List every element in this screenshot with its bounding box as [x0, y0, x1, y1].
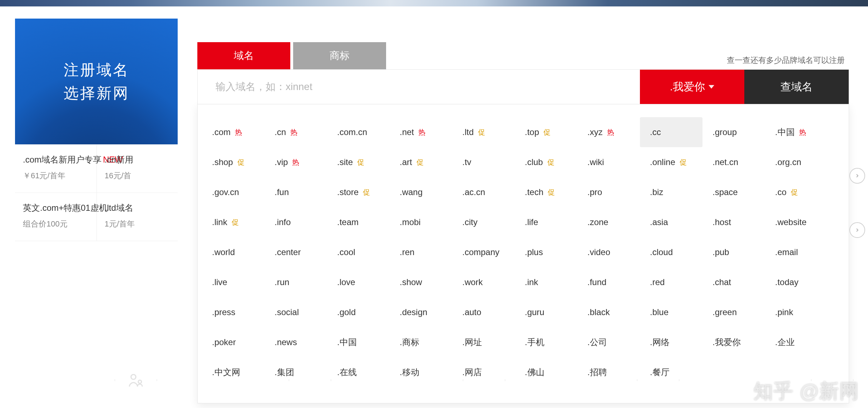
tld-option[interactable]: .love — [327, 267, 390, 297]
tld-option[interactable]: .live — [202, 267, 265, 297]
tld-option[interactable]: .team — [327, 207, 390, 237]
tld-option[interactable]: .我爱你 — [702, 327, 765, 357]
tld-option[interactable]: .design — [390, 297, 452, 327]
search-button[interactable]: 查域名 — [744, 70, 849, 104]
tld-option[interactable]: .商标 — [390, 327, 452, 357]
tld-option[interactable]: .手机 — [515, 327, 577, 357]
tld-option[interactable]: .today — [765, 267, 828, 297]
tld-option[interactable]: .work — [452, 267, 515, 297]
tld-option[interactable]: .asia — [640, 207, 702, 237]
domain-search-input[interactable] — [198, 70, 640, 104]
tld-option[interactable]: .com.cn — [327, 117, 390, 147]
tld-option[interactable]: .集团 — [265, 357, 327, 387]
tld-option[interactable]: .auto — [452, 297, 515, 327]
tld-option[interactable]: .网址 — [452, 327, 515, 357]
tld-option[interactable]: .pro — [577, 177, 640, 207]
tld-option[interactable]: .gov.cn — [202, 177, 265, 207]
tld-option[interactable]: .top促 — [515, 117, 577, 147]
tld-option[interactable]: .fund — [577, 267, 640, 297]
tld-option[interactable]: .gold — [327, 297, 390, 327]
tld-option[interactable]: .site促 — [327, 147, 390, 177]
tld-option[interactable]: .cloud — [640, 237, 702, 267]
promo-cell[interactable]: .com域名新用户专享NEW￥61元/首年 — [15, 145, 97, 193]
tld-option[interactable]: .net.cn — [702, 147, 765, 177]
tld-option[interactable]: .cool — [327, 237, 390, 267]
tld-option[interactable]: .group — [702, 117, 765, 147]
tld-option[interactable]: .plus — [515, 237, 577, 267]
tld-option[interactable]: .show — [390, 267, 452, 297]
promo-cell[interactable]: 英文.com+特惠01虚机组合价100元 — [15, 193, 97, 241]
tld-option[interactable]: .video — [577, 237, 640, 267]
tld-option[interactable]: .website — [765, 207, 828, 237]
tld-option[interactable]: .company — [452, 237, 515, 267]
tab-domain[interactable]: 域名 — [197, 42, 290, 69]
tld-option[interactable]: .佛山 — [515, 357, 577, 387]
tld-option[interactable]: .guru — [515, 297, 577, 327]
tld-option[interactable]: .art促 — [390, 147, 452, 177]
tld-option[interactable]: .公司 — [577, 327, 640, 357]
tld-option[interactable]: .中国 — [327, 327, 390, 357]
tld-option[interactable]: .black — [577, 297, 640, 327]
tld-option[interactable]: .email — [765, 237, 828, 267]
tld-option[interactable]: .press — [202, 297, 265, 327]
promo-cell[interactable]: .cn新用16元/首 — [97, 145, 178, 193]
tld-option[interactable]: .chat — [702, 267, 765, 297]
tld-option[interactable]: .移动 — [390, 357, 452, 387]
tld-option[interactable]: .网店 — [452, 357, 515, 387]
tld-option[interactable]: .shop促 — [202, 147, 265, 177]
tld-option[interactable]: .xyz热 — [577, 117, 640, 147]
tld-option[interactable]: .招聘 — [577, 357, 640, 387]
tab-trademark[interactable]: 商标 — [293, 42, 386, 69]
tld-option[interactable]: .ren — [390, 237, 452, 267]
tld-option[interactable]: .网络 — [640, 327, 702, 357]
tld-option[interactable]: .pub — [702, 237, 765, 267]
tld-option[interactable]: .cc — [640, 117, 702, 147]
tld-option[interactable]: .mobi — [390, 207, 452, 237]
tld-option[interactable]: .餐厅 — [640, 357, 702, 387]
tld-option[interactable]: .tech促 — [515, 177, 577, 207]
tld-option[interactable]: .wiki — [577, 147, 640, 177]
promo-cell[interactable]: .ltd域名1元/首年 — [97, 193, 178, 241]
tld-option[interactable]: .biz — [640, 177, 702, 207]
tld-option[interactable]: .red — [640, 267, 702, 297]
tld-option[interactable]: .store促 — [327, 177, 390, 207]
tld-option[interactable]: .ltd促 — [452, 117, 515, 147]
tld-option[interactable]: .中文网 — [202, 357, 265, 387]
tld-option[interactable]: .run — [265, 267, 327, 297]
tld-option[interactable]: .poker — [202, 327, 265, 357]
tld-option[interactable]: .在线 — [327, 357, 390, 387]
tld-option[interactable]: .vip热 — [265, 147, 327, 177]
tld-option[interactable]: .social — [265, 297, 327, 327]
tabs-right-note[interactable]: 查一查还有多少品牌域名可以注册 — [727, 55, 849, 69]
tld-option[interactable]: .world — [202, 237, 265, 267]
tld-option[interactable]: .pink — [765, 297, 828, 327]
tld-option[interactable]: .green — [702, 297, 765, 327]
tld-option[interactable]: .zone — [577, 207, 640, 237]
tld-option[interactable]: .cn热 — [265, 117, 327, 147]
carousel-next-icon[interactable] — [849, 222, 865, 238]
tld-option[interactable]: .center — [265, 237, 327, 267]
tld-option[interactable]: .tv — [452, 147, 515, 177]
tld-option[interactable]: .club促 — [515, 147, 577, 177]
tld-option[interactable]: .wang — [390, 177, 452, 207]
tld-option[interactable]: .city — [452, 207, 515, 237]
tld-select-dropdown[interactable]: .我爱你 — [640, 70, 744, 104]
tld-option[interactable]: .org.cn — [765, 147, 828, 177]
tld-option[interactable]: .企业 — [765, 327, 828, 357]
tld-option[interactable]: .news — [265, 327, 327, 357]
tld-option[interactable]: .link促 — [202, 207, 265, 237]
tld-option[interactable]: .ac.cn — [452, 177, 515, 207]
tld-option[interactable]: .blue — [640, 297, 702, 327]
tld-option[interactable]: .co促 — [765, 177, 828, 207]
tld-option[interactable]: .中国热 — [765, 117, 828, 147]
tld-option[interactable]: .net热 — [390, 117, 452, 147]
tld-option[interactable]: .ink — [515, 267, 577, 297]
tld-option[interactable]: .space — [702, 177, 765, 207]
carousel-next-icon[interactable] — [849, 168, 865, 184]
tld-option[interactable]: .life — [515, 207, 577, 237]
tld-option[interactable]: .host — [702, 207, 765, 237]
tld-option[interactable]: .fun — [265, 177, 327, 207]
tld-option[interactable]: .info — [265, 207, 327, 237]
tld-option[interactable]: .online促 — [640, 147, 702, 177]
tld-option[interactable]: .com热 — [202, 117, 265, 147]
